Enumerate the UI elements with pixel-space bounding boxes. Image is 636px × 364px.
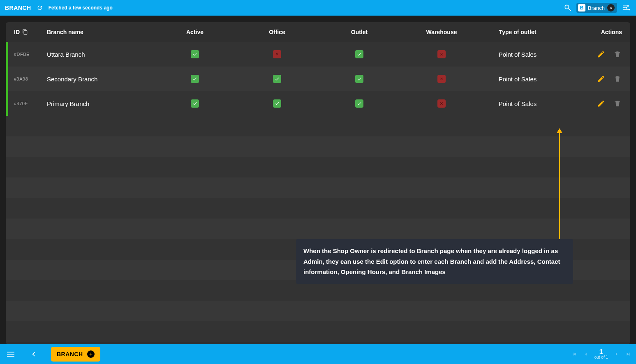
col-outlet-label: Outlet	[351, 29, 368, 35]
refresh-icon[interactable]	[36, 4, 44, 12]
add-branch-button[interactable]: BRANCH	[51, 347, 100, 362]
cell-outlet	[318, 50, 400, 58]
cell-type: Point of Sales	[483, 51, 553, 58]
topbar-left: BRANCH Fetched a few seconds ago	[5, 4, 113, 12]
cell-office	[236, 99, 318, 108]
check-icon	[191, 50, 199, 58]
cell-outlet	[318, 75, 400, 83]
cell-actions	[553, 74, 622, 83]
filter-chip-branch[interactable]: B Branch	[576, 3, 617, 13]
cross-icon	[273, 50, 281, 58]
topbar-right: B Branch	[563, 3, 631, 13]
col-name[interactable]: Branch name	[47, 29, 154, 35]
cross-icon	[437, 75, 446, 83]
cell-actions	[553, 99, 622, 108]
bottombar: BRANCH 1 out of 1	[0, 344, 636, 364]
page-last-icon[interactable]	[625, 351, 631, 357]
cell-warehouse	[400, 50, 483, 58]
cell-id: #9A98	[14, 76, 47, 81]
col-active[interactable]: Active	[154, 29, 236, 35]
col-id[interactable]: ID	[14, 29, 47, 35]
check-icon	[355, 50, 363, 58]
col-warehouse[interactable]: Warehouse	[400, 29, 483, 35]
cell-id: #470F	[14, 101, 47, 106]
tune-icon[interactable]	[621, 3, 631, 13]
cell-warehouse	[400, 99, 483, 108]
page-total: out of 1	[594, 355, 608, 359]
delete-icon[interactable]	[613, 99, 622, 108]
cell-type: Point of Sales	[483, 100, 553, 107]
col-id-label: ID	[14, 29, 20, 35]
empty-row	[6, 116, 630, 136]
table-header-row: ID Branch name Active Office Outlet Ware…	[6, 22, 630, 42]
cell-type: Point of Sales	[483, 76, 553, 83]
empty-row	[6, 301, 630, 321]
cell-outlet	[318, 99, 400, 108]
col-office[interactable]: Office	[236, 29, 318, 35]
col-type[interactable]: Type of outlet	[483, 29, 553, 35]
empty-row	[6, 219, 630, 239]
selection-indicator	[6, 42, 8, 116]
svg-point-0	[627, 5, 629, 7]
branch-table: ID Branch name Active Office Outlet Ware…	[6, 22, 630, 344]
annotation-arrow	[559, 129, 560, 239]
col-name-label: Branch name	[47, 29, 83, 35]
edit-icon[interactable]	[597, 99, 606, 108]
page-info: 1 out of 1	[594, 349, 608, 359]
page-current: 1	[599, 349, 603, 355]
plus-icon	[87, 350, 95, 358]
filter-chip-badge: B	[578, 4, 585, 12]
topbar: BRANCH Fetched a few seconds ago B Branc…	[0, 0, 636, 16]
table-row[interactable]: #9A98Secondary BranchPoint of Sales	[6, 67, 630, 91]
delete-icon[interactable]	[613, 74, 622, 83]
page-next-icon[interactable]	[614, 351, 620, 357]
search-icon[interactable]	[563, 3, 572, 12]
filter-chip-label: Branch	[588, 5, 605, 11]
cell-actions	[553, 50, 622, 59]
edit-icon[interactable]	[597, 74, 606, 83]
table-body: #DFBEUttara BranchPoint of Sales#9A98Sec…	[6, 42, 630, 116]
close-icon[interactable]	[607, 4, 615, 12]
copy-icon	[22, 29, 28, 35]
check-icon	[191, 75, 199, 83]
annotation-text: When the Shop Owner is redirected to Bra…	[303, 247, 560, 275]
empty-row	[6, 157, 630, 177]
menu-icon[interactable]	[5, 348, 16, 360]
empty-row	[6, 177, 630, 198]
col-actions-label: Actions	[601, 29, 622, 35]
annotation-tooltip: When the Shop Owner is redirected to Bra…	[296, 239, 573, 284]
fetched-status: Fetched a few seconds ago	[49, 5, 113, 11]
check-icon	[355, 75, 363, 83]
check-icon	[273, 75, 281, 83]
col-outlet[interactable]: Outlet	[318, 29, 400, 35]
cell-active	[154, 99, 236, 108]
empty-row	[6, 321, 630, 342]
edit-icon[interactable]	[597, 50, 606, 59]
check-icon	[355, 99, 363, 108]
cell-office	[236, 75, 318, 83]
table-row[interactable]: #470FPrimary BranchPoint of Sales	[6, 91, 630, 116]
cell-name: Primary Branch	[47, 100, 154, 107]
back-icon[interactable]	[28, 348, 39, 360]
table-row[interactable]: #DFBEUttara BranchPoint of Sales	[6, 42, 630, 67]
cell-office	[236, 50, 318, 58]
page-first-icon[interactable]	[571, 351, 577, 357]
cell-warehouse	[400, 75, 483, 83]
page-nav: 1 out of 1	[571, 349, 631, 359]
cross-icon	[437, 99, 446, 108]
col-warehouse-label: Warehouse	[426, 29, 457, 35]
empty-row	[6, 198, 630, 219]
svg-point-2	[629, 9, 630, 11]
delete-icon[interactable]	[613, 50, 622, 59]
col-actions: Actions	[553, 29, 622, 35]
col-type-label: Type of outlet	[499, 29, 537, 35]
empty-row	[6, 136, 630, 157]
page-prev-icon[interactable]	[583, 351, 589, 357]
check-icon	[273, 99, 281, 108]
svg-point-1	[626, 7, 627, 9]
add-branch-label: BRANCH	[57, 351, 83, 357]
content-area: ID Branch name Active Office Outlet Ware…	[0, 16, 636, 344]
page-title: BRANCH	[5, 5, 31, 11]
col-active-label: Active	[186, 29, 204, 35]
col-office-label: Office	[269, 29, 285, 35]
